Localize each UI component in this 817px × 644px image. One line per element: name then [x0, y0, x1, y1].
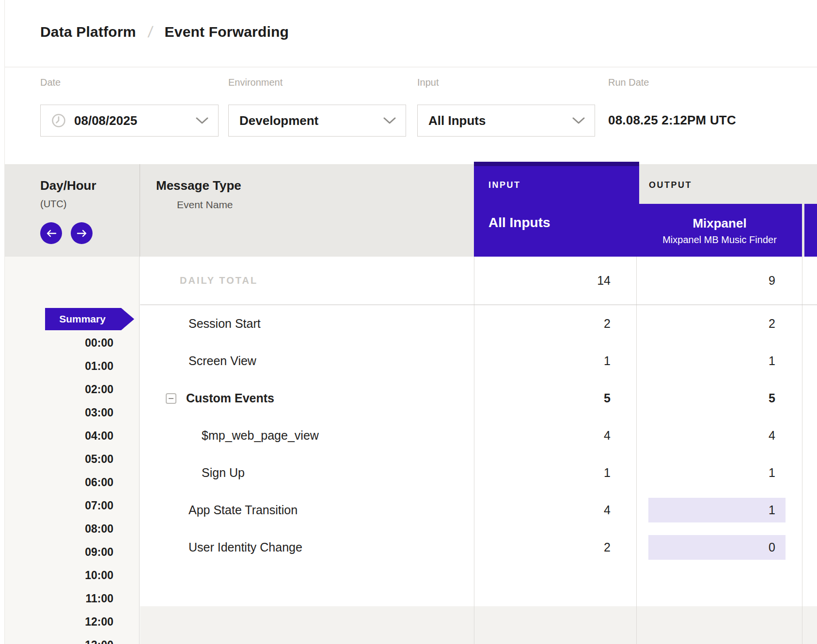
hour-label[interactable]: 00:00: [85, 337, 113, 349]
table-row: Custom Events55: [140, 380, 817, 417]
arrow-left-icon: [46, 230, 57, 237]
chevron-down-icon: [383, 117, 396, 124]
hour-label[interactable]: 12:00: [85, 615, 113, 628]
input-column-header[interactable]: INPUT All Inputs: [474, 162, 639, 257]
hour-label[interactable]: 04:00: [85, 429, 113, 442]
date-select-value: 08/08/2025: [74, 113, 137, 128]
table-row: App State Transition41: [140, 491, 817, 529]
message-type-header: Message Type: [156, 178, 241, 193]
table-row: User Identity Change20: [140, 529, 817, 566]
breadcrumb-separator: /: [147, 23, 154, 41]
event-name: User Identity Change: [189, 529, 302, 566]
hour-label[interactable]: 07:00: [85, 499, 113, 512]
table-row: Sign Up11: [140, 454, 817, 491]
arrow-right-icon: [77, 230, 87, 237]
run-date-value: 08.08.25 2:12PM UTC: [608, 113, 736, 128]
chevron-down-icon: [196, 117, 208, 124]
row-output-value-highlighted: 0: [637, 529, 802, 566]
environment-select-value: Development: [239, 113, 318, 128]
row-output-value-highlighted: 1: [637, 491, 802, 529]
row-output-value: 5: [637, 380, 802, 417]
hour-sidebar: Summary 00:0001:0002:0003:0004:0005:0006…: [5, 257, 140, 644]
breadcrumb-current: Event Forwarding: [165, 24, 289, 40]
day-pager: [40, 222, 93, 244]
table-row: $mp_web_page_view44: [140, 417, 817, 454]
breadcrumb-parent[interactable]: Data Platform: [40, 24, 136, 40]
row-input-value: 2: [473, 305, 636, 342]
input-column-selection: All Inputs: [488, 215, 550, 230]
hour-label[interactable]: 08:00: [85, 522, 113, 535]
row-output-value: 4: [637, 417, 802, 454]
event-name-subheader: Event Name: [177, 199, 233, 211]
environment-filter-label: Environment: [228, 77, 283, 88]
input-select[interactable]: All Inputs: [417, 105, 595, 137]
input-column-label: INPUT: [488, 180, 521, 190]
previous-day-button[interactable]: [40, 222, 62, 244]
environment-select[interactable]: Development: [228, 105, 406, 137]
run-date-label: Run Date: [608, 77, 649, 88]
environment-filter-group: Environment Development: [228, 67, 406, 164]
table-header: Day/Hour (UTC) Message Type Event Name I…: [5, 164, 817, 257]
row-input-value: 4: [473, 417, 636, 454]
next-day-button[interactable]: [71, 222, 93, 244]
row-input-value: 1: [473, 342, 636, 380]
table-row: Screen View11: [140, 342, 817, 380]
hour-label[interactable]: 06:00: [85, 476, 113, 489]
event-name: App State Transition: [189, 491, 298, 529]
summary-row-badge[interactable]: Summary: [45, 308, 134, 330]
left-rail: [0, 0, 5, 644]
output-connector-subtitle: Mixpanel MB Music Finder: [637, 234, 802, 245]
row-input-value: 2: [473, 529, 636, 566]
breadcrumb-bar: Data Platform / Event Forwarding: [5, 0, 817, 67]
output-column-label: OUTPUT: [649, 180, 692, 190]
output-connector-name: Mixpanel: [637, 216, 802, 231]
hour-label[interactable]: 02:00: [85, 383, 113, 396]
row-output-value: 1: [637, 342, 802, 380]
collapse-toggle-minus-icon[interactable]: [166, 393, 176, 404]
hour-label[interactable]: 09:00: [85, 546, 113, 558]
filter-bar: Date 08/08/2025 Environment Development: [5, 67, 817, 164]
clock-icon: [51, 113, 66, 128]
date-select[interactable]: 08/08/2025: [40, 105, 219, 137]
day-hour-timezone: (UTC): [40, 199, 66, 210]
footer-band: [140, 606, 817, 644]
daily-total-row: DAILY TOTAL 14 9: [140, 257, 817, 305]
breadcrumb: Data Platform / Event Forwarding: [40, 0, 289, 64]
row-input-value: 5: [473, 380, 636, 417]
hour-label[interactable]: 01:00: [85, 360, 113, 372]
event-name: Sign Up: [202, 454, 245, 491]
event-name: Custom Events: [186, 380, 274, 417]
next-output-column-partial[interactable]: [804, 204, 817, 257]
hour-label[interactable]: 05:00: [85, 453, 113, 465]
row-output-value: 1: [637, 454, 802, 491]
column-divider: [140, 164, 140, 257]
run-date-group: Run Date 08.08.25 2:12PM UTC: [608, 67, 812, 164]
hour-label[interactable]: 10:00: [85, 569, 113, 582]
row-input-value: 4: [473, 491, 636, 529]
daily-total-input-value: 14: [473, 257, 636, 305]
event-name: Session Start: [189, 305, 261, 342]
hour-label[interactable]: 13:00: [85, 639, 113, 644]
hour-label[interactable]: 03:00: [85, 406, 113, 419]
input-column-accent-strip: [474, 162, 639, 166]
date-filter-group: Date 08/08/2025: [40, 67, 219, 164]
daily-total-label: DAILY TOTAL: [180, 257, 258, 305]
event-name: $mp_web_page_view: [202, 417, 319, 454]
input-filter-group: Input All Inputs: [417, 67, 595, 164]
input-filter-label: Input: [417, 77, 439, 88]
table-body: Summary 00:0001:0002:0003:0004:0005:0006…: [5, 257, 817, 644]
day-hour-header: Day/Hour: [40, 178, 96, 193]
date-filter-label: Date: [40, 77, 61, 88]
minus-icon: [169, 398, 173, 399]
input-select-value: All Inputs: [428, 113, 486, 128]
hour-label[interactable]: 11:00: [85, 592, 113, 605]
event-name: Screen View: [189, 342, 256, 380]
event-forwarding-page: Data Platform / Event Forwarding Date 08…: [0, 0, 817, 644]
table-row: Session Start22: [140, 305, 817, 342]
row-output-value: 2: [637, 305, 802, 342]
daily-total-output-value: 9: [637, 257, 802, 305]
row-input-value: 1: [473, 454, 636, 491]
chevron-down-icon: [572, 117, 585, 124]
output-connector-header[interactable]: Mixpanel Mixpanel MB Music Finder: [637, 204, 802, 257]
